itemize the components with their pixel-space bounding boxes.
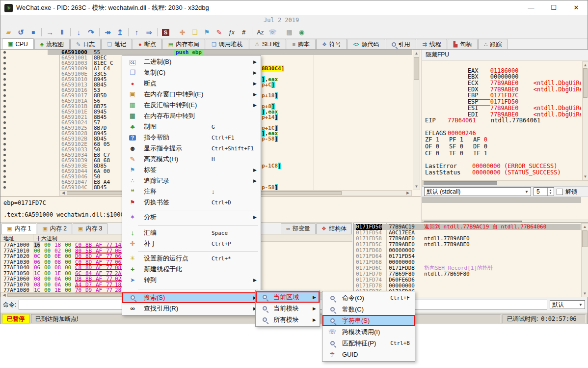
stack-row[interactable]: 0171FD74 D60FE6D6 — [354, 277, 581, 283]
submenu-item[interactable]: 当前区域 ▶ — [256, 291, 320, 303]
breakpoint-dot[interactable] — [3, 84, 6, 86]
scroll-down-icon[interactable]: ▼ — [582, 291, 588, 296]
context-menu-item[interactable]: ✚ 补丁 Ctrl+P — [122, 238, 261, 249]
menu-bar-item[interactable] — [41, 20, 51, 22]
breakpoint-dot[interactable] — [3, 51, 6, 54]
submenu-item[interactable]: 所有模块 ▶ — [256, 314, 320, 325]
arguments-hscroll-thumb[interactable] — [424, 221, 522, 222]
registers-vscrollbar[interactable]: ▲ ▼ — [582, 61, 588, 180]
flag-value[interactable]: AF 0 — [473, 137, 497, 143]
breakpoint-dot[interactable] — [3, 175, 6, 178]
scroll-down-icon[interactable]: ▼ — [583, 174, 588, 179]
calling-convention-select[interactable]: 默认 (stdcall)▼ — [424, 187, 531, 196]
view-tab[interactable]: 引用 — [386, 39, 416, 49]
context-menu-item[interactable] — [122, 249, 261, 253]
register-row[interactable]: EAX01186000 — [425, 61, 581, 68]
toolbar-icon[interactable]: ⚑ — [201, 27, 213, 38]
flag-value[interactable]: PF 1 — [449, 137, 473, 143]
breakpoint-dot[interactable] — [3, 94, 6, 97]
argument-row[interactable] — [422, 197, 581, 203]
toolbar-icon[interactable] — [172, 27, 176, 38]
toolbar-icon[interactable]: ■ — [27, 27, 39, 38]
context-menu-item[interactable]: ✶ 分析 ▶ — [122, 212, 261, 223]
tab-locals[interactable]: ∞部变量 — [281, 223, 316, 234]
argument-row[interactable] — [422, 208, 581, 214]
flag-value[interactable]: CF 0 — [425, 150, 449, 157]
context-menu-item[interactable]: ➤ 转到 ▶ — [122, 275, 261, 285]
context-menu-item[interactable]: ⚑ 切换书签 Ctrl+D — [122, 197, 261, 208]
context-menu-item[interactable]: ⚑ 标签 ▶ — [122, 165, 261, 175]
menu-bar-item[interactable] — [51, 20, 60, 22]
view-tab[interactable]: ❏ 调用堆栈 — [206, 39, 248, 49]
context-menu-item[interactable]: ▦ 在内存布局中转到 — [122, 111, 261, 121]
view-tab[interactable]: ∴ 跟踪 — [478, 39, 508, 49]
toolbar-icon[interactable]: S — [160, 27, 172, 38]
scroll-up-icon[interactable]: ▲ — [583, 62, 588, 68]
argument-row[interactable] — [422, 214, 581, 220]
context-menu-item[interactable]: ✎ 高亮模式(H) H — [122, 154, 261, 165]
flag-value[interactable]: DF 0 — [473, 143, 497, 150]
context-menu-item[interactable]: ❝ 注释 ; — [122, 186, 261, 197]
scroll-up-icon[interactable]: ▲ — [413, 51, 420, 56]
stack-row[interactable]: 0171FD5C 77B9ABE0 ntdll.77B9ABE0 — [354, 242, 581, 248]
stack-row[interactable]: 0171FD50 77B9AC19 返回到 ntdll.77B9AC19 自 n… — [354, 224, 581, 230]
breakpoint-dot[interactable] — [3, 100, 6, 102]
context-menu-item[interactable]: ↓ 汇编 Space — [122, 227, 261, 238]
breakpoint-dot[interactable] — [3, 89, 6, 91]
scroll-left-icon[interactable]: ◀ — [60, 191, 66, 196]
submenu-item[interactable]: 命令(O) Ctrl+F — [322, 292, 415, 304]
toolbar-icon[interactable]: Ⅱ — [56, 27, 68, 38]
view-tab[interactable]: <> 源代码 — [347, 39, 385, 49]
breakpoint-dot[interactable] — [3, 159, 6, 162]
breakpoint-dot[interactable] — [3, 62, 6, 64]
toolbar-icon[interactable]: ↑ — [131, 27, 143, 38]
toolbar-icon[interactable] — [39, 27, 44, 38]
toolbar-icon[interactable]: ☏ — [267, 27, 279, 38]
stack-vscrollbar[interactable]: ▲ ▼ — [581, 223, 588, 297]
context-menu-item[interactable]: ∞ 查找引用(R) ▶ — [122, 303, 261, 314]
tab-dump-3[interactable]: ▣内存 3 — [73, 223, 107, 234]
context-menu-item[interactable]: + 新建线程于此 — [122, 264, 261, 275]
breakpoint-dot[interactable] — [3, 111, 6, 113]
submenu-item[interactable]: 常数(C) — [322, 304, 415, 315]
toolbar-icon[interactable]: ▰ — [2, 27, 15, 38]
submenu-item[interactable]: 当前模块 ▶ — [256, 303, 320, 314]
context-menu-item[interactable]: ? 指令帮助 Ctrl+F1 — [122, 132, 261, 143]
unlock-checkbox[interactable] — [557, 189, 563, 195]
view-tab[interactable]: ▣ CPU — [2, 38, 34, 49]
breakpoint-dot[interactable] — [3, 73, 6, 75]
breakpoint-dot[interactable] — [3, 67, 6, 70]
breakpoint-dot[interactable] — [3, 127, 6, 129]
breakpoint-dot[interactable] — [3, 57, 6, 59]
breakpoint-dot[interactable] — [3, 143, 6, 145]
stack-row[interactable]: 0171FD78 00000000 — [354, 283, 581, 289]
context-menu-item[interactable]: ♣ 制图 G — [122, 121, 261, 132]
toolbar-icon[interactable] — [126, 27, 131, 38]
context-menu-item[interactable]: 搜索(S) ▶ — [122, 292, 261, 303]
menu-bar-item[interactable] — [31, 20, 41, 22]
toolbar-icon[interactable]: ↷ — [85, 27, 97, 38]
toolbar-icon[interactable] — [68, 27, 73, 38]
flag-value[interactable]: ZF 1 — [425, 137, 449, 143]
toolbar-icon[interactable]: ↠ — [102, 27, 114, 38]
context-menu-item[interactable]: ✳ 设置新的运行点 Ctrl+* — [122, 253, 261, 264]
view-tab[interactable]: ⇉ 线程 — [417, 39, 447, 49]
toolbar-icon[interactable]: ↥ — [114, 27, 126, 38]
tab-dump-1[interactable]: ▣内存 1 — [1, 223, 36, 234]
breakpoint-dot[interactable] — [3, 105, 6, 108]
toolbar-icon[interactable]: → — [44, 27, 56, 38]
last-status-row[interactable]: LastStatus00000000 (STATUS_SUCCESS) — [425, 170, 581, 176]
toolbar-icon[interactable] — [155, 27, 160, 38]
toolbar-icon[interactable]: ƒx — [225, 27, 238, 38]
view-tab[interactable]: ⚠ SEH链 — [249, 39, 286, 49]
view-tab[interactable]: ▙ 句柄 — [448, 39, 478, 49]
toolbar-icon[interactable]: ✎ — [213, 27, 225, 38]
scroll-left-icon[interactable]: ◀ — [1, 293, 7, 297]
toolbar-icon[interactable]: ▦ — [283, 27, 295, 38]
command-profile-select[interactable]: 默认▼ — [550, 300, 585, 309]
submenu-item[interactable]: 匹配特征(P) Ctrl+B — [322, 338, 415, 349]
stack-row[interactable]: 0171FD64 0171FD54 — [354, 254, 581, 259]
submenu-item[interactable]: ☂ GUID — [322, 349, 415, 360]
view-tab[interactable]: ≡ 脚本 — [287, 39, 316, 49]
argument-count-spinner[interactable]: 5 ▲▼ — [534, 187, 554, 196]
